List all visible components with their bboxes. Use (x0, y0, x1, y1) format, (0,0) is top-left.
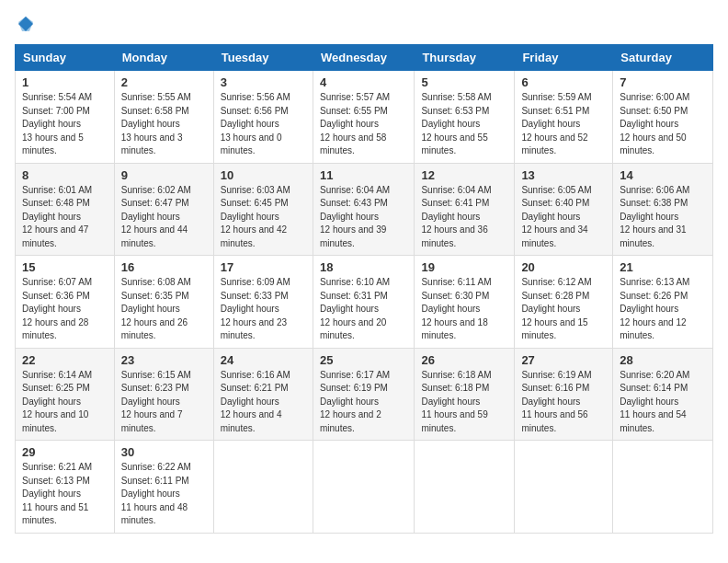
day-info: Sunrise: 6:19 AM Sunset: 6:16 PM Dayligh… (521, 369, 606, 436)
day-number: 13 (521, 168, 606, 182)
calendar-cell: 14 Sunrise: 6:06 AM Sunset: 6:38 PM Dayl… (613, 163, 713, 256)
calendar-cell: 26 Sunrise: 6:18 AM Sunset: 6:18 PM Dayl… (415, 348, 515, 441)
calendar-cell: 17 Sunrise: 6:09 AM Sunset: 6:33 PM Dayl… (213, 256, 313, 349)
day-info: Sunrise: 6:12 AM Sunset: 6:28 PM Dayligh… (521, 276, 606, 343)
calendar-cell: 3 Sunrise: 5:56 AM Sunset: 6:56 PM Dayli… (213, 71, 313, 164)
calendar-header-row: SundayMondayTuesdayWednesdayThursdayFrid… (16, 45, 713, 71)
day-number: 15 (22, 260, 108, 274)
calendar-cell: 24 Sunrise: 6:16 AM Sunset: 6:21 PM Dayl… (213, 348, 313, 441)
calendar-cell: 4 Sunrise: 5:57 AM Sunset: 6:55 PM Dayli… (313, 71, 414, 164)
logo-icon (17, 15, 35, 33)
day-number: 14 (620, 168, 706, 182)
day-info: Sunrise: 6:03 AM Sunset: 6:45 PM Dayligh… (221, 184, 306, 251)
weekday-header-wednesday: Wednesday (313, 45, 414, 71)
calendar-cell: 10 Sunrise: 6:03 AM Sunset: 6:45 PM Dayl… (213, 163, 313, 256)
day-info: Sunrise: 6:17 AM Sunset: 6:19 PM Dayligh… (320, 369, 407, 436)
day-number: 10 (221, 168, 306, 182)
day-number: 22 (22, 353, 108, 367)
day-info: Sunrise: 5:55 AM Sunset: 6:58 PM Dayligh… (121, 91, 207, 158)
day-info: Sunrise: 6:20 AM Sunset: 6:14 PM Dayligh… (620, 369, 706, 436)
day-info: Sunrise: 5:59 AM Sunset: 6:51 PM Dayligh… (521, 91, 606, 158)
day-number: 17 (221, 260, 306, 274)
calendar-cell: 22 Sunrise: 6:14 AM Sunset: 6:25 PM Dayl… (16, 348, 115, 441)
weekday-header-thursday: Thursday (415, 45, 515, 71)
calendar-table: SundayMondayTuesdayWednesdayThursdayFrid… (15, 44, 713, 534)
day-number: 12 (421, 168, 507, 182)
calendar-cell: 2 Sunrise: 5:55 AM Sunset: 6:58 PM Dayli… (114, 71, 213, 164)
day-info: Sunrise: 6:11 AM Sunset: 6:30 PM Dayligh… (421, 276, 507, 343)
calendar-cell (213, 441, 313, 534)
logo (15, 15, 35, 33)
day-number: 23 (121, 353, 207, 367)
weekday-header-sunday: Sunday (16, 45, 115, 71)
calendar-week-row: 15 Sunrise: 6:07 AM Sunset: 6:36 PM Dayl… (16, 256, 713, 349)
day-number: 1 (22, 75, 108, 89)
day-number: 3 (221, 75, 306, 89)
day-info: Sunrise: 6:05 AM Sunset: 6:40 PM Dayligh… (521, 184, 606, 251)
calendar-week-row: 8 Sunrise: 6:01 AM Sunset: 6:48 PM Dayli… (16, 163, 713, 256)
day-info: Sunrise: 5:57 AM Sunset: 6:55 PM Dayligh… (320, 91, 407, 158)
calendar-cell: 27 Sunrise: 6:19 AM Sunset: 6:16 PM Dayl… (515, 348, 613, 441)
calendar-week-row: 1 Sunrise: 5:54 AM Sunset: 7:00 PM Dayli… (16, 71, 713, 164)
day-info: Sunrise: 6:06 AM Sunset: 6:38 PM Dayligh… (620, 184, 706, 251)
calendar-cell (313, 441, 414, 534)
calendar-cell: 13 Sunrise: 6:05 AM Sunset: 6:40 PM Dayl… (515, 163, 613, 256)
weekday-header-friday: Friday (515, 45, 613, 71)
calendar-body: 1 Sunrise: 5:54 AM Sunset: 7:00 PM Dayli… (16, 71, 713, 534)
page-header (15, 15, 713, 33)
day-info: Sunrise: 6:21 AM Sunset: 6:13 PM Dayligh… (22, 461, 108, 528)
calendar-cell: 12 Sunrise: 6:04 AM Sunset: 6:41 PM Dayl… (415, 163, 515, 256)
day-number: 8 (22, 168, 108, 182)
weekday-header-tuesday: Tuesday (213, 45, 313, 71)
day-number: 20 (521, 260, 606, 274)
day-info: Sunrise: 5:58 AM Sunset: 6:53 PM Dayligh… (421, 91, 507, 158)
day-info: Sunrise: 6:04 AM Sunset: 6:41 PM Dayligh… (421, 184, 507, 251)
calendar-cell: 19 Sunrise: 6:11 AM Sunset: 6:30 PM Dayl… (415, 256, 515, 349)
svg-marker-1 (18, 17, 33, 31)
calendar-cell: 11 Sunrise: 6:04 AM Sunset: 6:43 PM Dayl… (313, 163, 414, 256)
day-info: Sunrise: 6:07 AM Sunset: 6:36 PM Dayligh… (22, 276, 108, 343)
day-number: 6 (521, 75, 606, 89)
calendar-cell: 28 Sunrise: 6:20 AM Sunset: 6:14 PM Dayl… (613, 348, 713, 441)
day-number: 29 (22, 445, 108, 459)
day-number: 4 (320, 75, 407, 89)
day-info: Sunrise: 6:16 AM Sunset: 6:21 PM Dayligh… (221, 369, 306, 436)
calendar-cell (415, 441, 515, 534)
calendar-cell: 5 Sunrise: 5:58 AM Sunset: 6:53 PM Dayli… (415, 71, 515, 164)
day-info: Sunrise: 6:08 AM Sunset: 6:35 PM Dayligh… (121, 276, 207, 343)
calendar-cell: 29 Sunrise: 6:21 AM Sunset: 6:13 PM Dayl… (16, 441, 115, 534)
calendar-cell: 8 Sunrise: 6:01 AM Sunset: 6:48 PM Dayli… (16, 163, 115, 256)
day-number: 30 (121, 445, 207, 459)
day-number: 24 (221, 353, 306, 367)
calendar-cell: 6 Sunrise: 5:59 AM Sunset: 6:51 PM Dayli… (515, 71, 613, 164)
calendar-cell: 18 Sunrise: 6:10 AM Sunset: 6:31 PM Dayl… (313, 256, 414, 349)
day-info: Sunrise: 6:02 AM Sunset: 6:47 PM Dayligh… (121, 184, 207, 251)
day-number: 18 (320, 260, 407, 274)
day-number: 19 (421, 260, 507, 274)
calendar-week-row: 22 Sunrise: 6:14 AM Sunset: 6:25 PM Dayl… (16, 348, 713, 441)
day-number: 28 (620, 353, 706, 367)
day-info: Sunrise: 6:10 AM Sunset: 6:31 PM Dayligh… (320, 276, 407, 343)
day-info: Sunrise: 6:04 AM Sunset: 6:43 PM Dayligh… (320, 184, 407, 251)
day-info: Sunrise: 5:54 AM Sunset: 7:00 PM Dayligh… (22, 91, 108, 158)
calendar-cell: 15 Sunrise: 6:07 AM Sunset: 6:36 PM Dayl… (16, 256, 115, 349)
day-number: 21 (620, 260, 706, 274)
calendar-cell: 30 Sunrise: 6:22 AM Sunset: 6:11 PM Dayl… (114, 441, 213, 534)
calendar-week-row: 29 Sunrise: 6:21 AM Sunset: 6:13 PM Dayl… (16, 441, 713, 534)
day-info: Sunrise: 5:56 AM Sunset: 6:56 PM Dayligh… (221, 91, 306, 158)
day-info: Sunrise: 6:09 AM Sunset: 6:33 PM Dayligh… (221, 276, 306, 343)
calendar-cell (515, 441, 613, 534)
day-number: 2 (121, 75, 207, 89)
day-info: Sunrise: 6:14 AM Sunset: 6:25 PM Dayligh… (22, 369, 108, 436)
day-number: 16 (121, 260, 207, 274)
calendar-cell: 21 Sunrise: 6:13 AM Sunset: 6:26 PM Dayl… (613, 256, 713, 349)
day-number: 25 (320, 353, 407, 367)
day-info: Sunrise: 6:01 AM Sunset: 6:48 PM Dayligh… (22, 184, 108, 251)
day-info: Sunrise: 6:00 AM Sunset: 6:50 PM Dayligh… (620, 91, 706, 158)
day-number: 27 (521, 353, 606, 367)
day-number: 26 (421, 353, 507, 367)
day-number: 9 (121, 168, 207, 182)
calendar-cell: 20 Sunrise: 6:12 AM Sunset: 6:28 PM Dayl… (515, 256, 613, 349)
calendar-cell: 1 Sunrise: 5:54 AM Sunset: 7:00 PM Dayli… (16, 71, 115, 164)
day-info: Sunrise: 6:18 AM Sunset: 6:18 PM Dayligh… (421, 369, 507, 436)
